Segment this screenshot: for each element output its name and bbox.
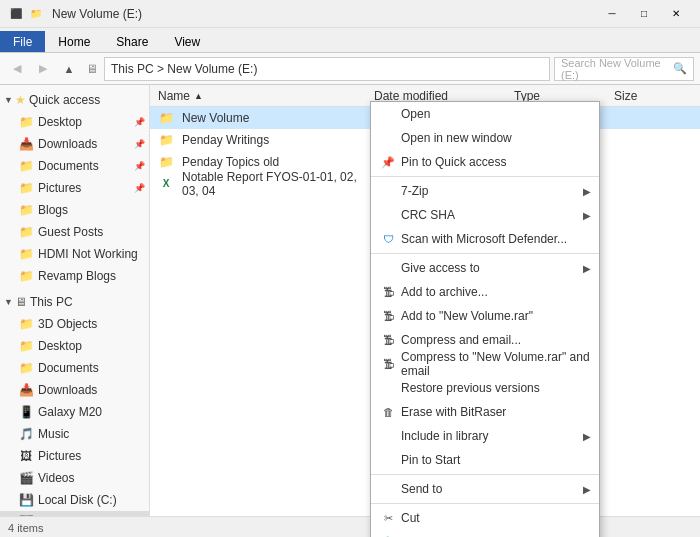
close-button[interactable]: ✕ [660,0,692,28]
ctx-arrow-icon: ▶ [583,431,591,442]
ctx-pin-start[interactable]: Pin to Start [371,448,599,472]
sidebar-item-downloads-pinned[interactable]: 📥 Downloads 📌 [0,133,149,155]
ctx-zip3-icon: 🗜 [379,334,397,346]
ctx-shield-icon: 🛡 [379,233,397,245]
ctx-open[interactable]: Open [371,102,599,126]
sidebar-item-local-disk[interactable]: 💾 Local Disk (C:) [0,489,149,511]
col-name-header[interactable]: Name ▲ [150,89,370,103]
ctx-erase-bitraser[interactable]: 🗑 Erase with BitRaser [371,400,599,424]
pc-icon: 🖥 [86,62,98,76]
ctx-add-archive[interactable]: 🗜 Add to archive... [371,280,599,304]
search-box[interactable]: Search New Volume (E:) 🔍 [554,57,694,81]
folder-icon: 📁 [18,360,34,376]
sidebar-item-hdmi[interactable]: 📁 HDMI Not Working [0,243,149,265]
sidebar-item-pictures-pinned[interactable]: 📁 Pictures 📌 [0,177,149,199]
ctx-crc-sha[interactable]: CRC SHA ▶ [371,203,599,227]
tab-home[interactable]: Home [45,31,103,52]
folder-icon: 📁 [18,202,34,218]
drive-icon: 💾 [18,492,34,508]
ctx-separator-2 [371,253,599,254]
minimize-button[interactable]: ─ [596,0,628,28]
sidebar-item-galaxy[interactable]: 📱 Galaxy M20 [0,401,149,423]
ctx-defender[interactable]: 🛡 Scan with Microsoft Defender... [371,227,599,251]
sidebar-item-revamp[interactable]: 📁 Revamp Blogs [0,265,149,287]
ctx-separator-1 [371,176,599,177]
phone-icon: 📱 [18,404,34,420]
sidebar-item-downloads[interactable]: 📥 Downloads [0,379,149,401]
maximize-button[interactable]: □ [628,0,660,28]
sidebar-item-blogs[interactable]: 📁 Blogs [0,199,149,221]
folder-icon: 📁 [18,338,34,354]
file-name-0: 📁 New Volume [150,110,370,126]
folder-dl-icon: 📥 [18,382,34,398]
ctx-restore-versions[interactable]: Restore previous versions [371,376,599,400]
ctx-erase-icon: 🗑 [379,406,397,418]
quick-access-header[interactable]: ▼ ★ Quick access [0,89,149,111]
ctx-compress-email[interactable]: 🗜 Compress and email... [371,328,599,352]
sidebar-item-documents-pinned[interactable]: 📁 Documents 📌 [0,155,149,177]
sidebar-label: Desktop [38,115,82,129]
status-item-count: 4 items [8,522,43,534]
search-icon: 🔍 [673,62,687,75]
ctx-pin-icon: 📌 [379,156,397,169]
sidebar-label: Downloads [38,383,97,397]
tab-view[interactable]: View [161,31,213,52]
col-name-label: Name [158,89,190,103]
ctx-7zip[interactable]: 7-Zip ▶ [371,179,599,203]
address-bar: ◀ ▶ ▲ 🖥 This PC > New Volume (E:) Search… [0,53,700,85]
ctx-open-new-window[interactable]: Open in new window [371,126,599,150]
pin-icon: 📌 [134,139,145,149]
sidebar-item-videos[interactable]: 🎬 Videos [0,467,149,489]
ctx-include-library[interactable]: Include in library ▶ [371,424,599,448]
sidebar-item-documents[interactable]: 📁 Documents [0,357,149,379]
ctx-give-access[interactable]: Give access to ▶ [371,256,599,280]
sidebar-item-pictures[interactable]: 🖼 Pictures [0,445,149,467]
sidebar-label: Desktop [38,339,82,353]
file-name-2: 📁 Penday Topics old [150,154,370,170]
title-bar-nav-icons: ⬛ 📁 [8,6,44,22]
sidebar-label: Galaxy M20 [38,405,102,419]
pc-icon: 🖥 [15,295,27,309]
address-path[interactable]: This PC > New Volume (E:) [104,57,550,81]
tab-share[interactable]: Share [103,31,161,52]
sidebar-item-music[interactable]: 🎵 Music [0,423,149,445]
ctx-add-rar[interactable]: 🗜 Add to "New Volume.rar" [371,304,599,328]
file-name-3: X Notable Report FYOS-01-01, 02, 03, 04 [150,170,370,198]
tb-back-icon[interactable]: ⬛ [8,6,24,22]
folder-dl-icon: 📥 [18,136,34,152]
pin-icon: 📌 [134,117,145,127]
sidebar-label: Revamp Blogs [38,269,116,283]
window-title: New Volume (E:) [52,7,588,21]
sidebar-item-desktop-pinned[interactable]: 📁 Desktop 📌 [0,111,149,133]
sidebar-item-3d-objects[interactable]: 📁 3D Objects [0,313,149,335]
file-area: Name ▲ Date modified Type Size 📁 New Vol… [150,85,700,516]
ctx-pin-quick-access[interactable]: 📌 Pin to Quick access [371,150,599,174]
sidebar: ▼ ★ Quick access 📁 Desktop 📌 📥 Downloads… [0,85,150,516]
ctx-zip2-icon: 🗜 [379,310,397,322]
folder-icon: 📁 [18,158,34,174]
star-icon: ★ [15,93,26,107]
expand-quick-access-icon: ▼ [4,95,13,105]
expand-this-pc-icon: ▼ [4,297,13,307]
ctx-compress-rar-email[interactable]: 🗜 Compress to "New Volume.rar" and email [371,352,599,376]
sidebar-item-new-volume[interactable]: 💽 New Volume (E:) [0,511,149,516]
col-size-header[interactable]: Size [610,89,690,103]
this-pc-header[interactable]: ▼ 🖥 This PC [0,291,149,313]
tab-file[interactable]: File [0,31,45,52]
ctx-zip-icon: 🗜 [379,286,397,298]
excel-icon: X [158,176,174,192]
forward-button[interactable]: ▶ [32,58,54,80]
ctx-send-to[interactable]: Send to ▶ [371,477,599,501]
ctx-cut[interactable]: ✂ Cut [371,506,599,530]
ctx-separator-4 [371,503,599,504]
folder-icon: 📁 [18,316,34,332]
sidebar-item-desktop[interactable]: 📁 Desktop [0,335,149,357]
ctx-copy[interactable]: 📋 Copy [371,530,599,537]
sidebar-label: Videos [38,471,74,485]
folder-icon: 📁 [18,246,34,262]
folder-icon: 📁 [18,268,34,284]
back-button[interactable]: ◀ [6,58,28,80]
ctx-cut-icon: ✂ [379,512,397,525]
up-button[interactable]: ▲ [58,58,80,80]
sidebar-item-guest-posts[interactable]: 📁 Guest Posts [0,221,149,243]
